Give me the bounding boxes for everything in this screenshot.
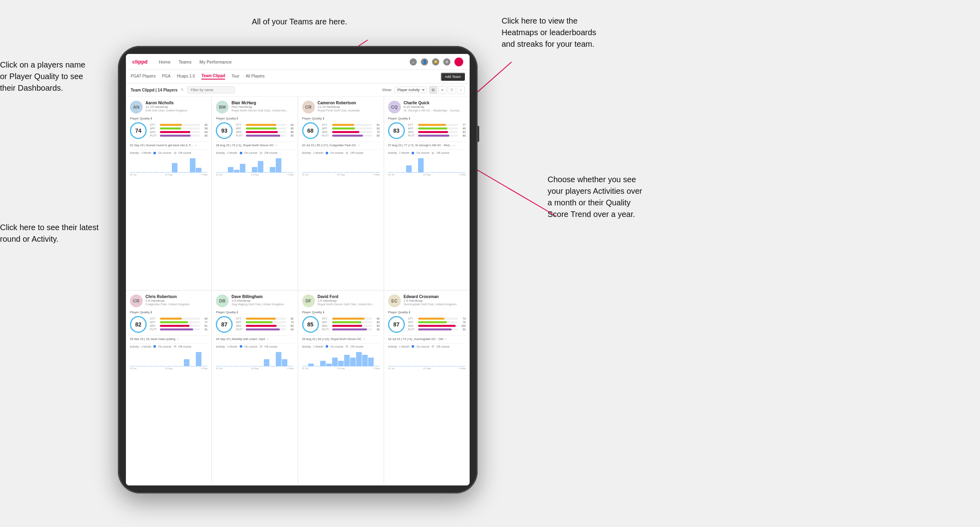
activity-header: Activity · 1 Month On course Off course <box>302 345 380 348</box>
search-icon[interactable]: ⌕ <box>410 58 417 66</box>
bar-row-ott: OTT 60 <box>150 317 207 320</box>
off-course-label: Off course <box>179 151 191 154</box>
profile-icon[interactable]: 👤 <box>421 58 428 66</box>
player-avatar: EC <box>388 294 401 307</box>
bar-row-putt: PUTT 86 <box>408 134 466 137</box>
player-name[interactable]: Edward Crossman <box>404 294 466 299</box>
add-team-button[interactable]: Add Team <box>441 73 465 81</box>
show-select[interactable]: Player Activity Quality Trend <box>394 87 427 93</box>
chart-bar <box>202 172 207 173</box>
player-name[interactable]: Dave Billingham <box>231 294 293 299</box>
chart-bar <box>246 366 251 366</box>
nav-teams[interactable]: Teams <box>179 60 191 64</box>
quality-label[interactable]: Player Quality ℹ <box>216 117 293 120</box>
bar-value-arg: 83 <box>459 131 466 133</box>
chart-x-label: 4 Sep <box>459 173 466 176</box>
player-name[interactable]: Chris Robertson <box>145 294 207 299</box>
quality-label[interactable]: Player Quality ℹ <box>216 310 293 314</box>
quality-score[interactable]: 85 <box>302 316 319 333</box>
sub-nav: PGAT Players PGA Hcaps 1-5 Team Clippd T… <box>126 70 470 84</box>
latest-round[interactable]: 02 Sep 23 | Sunset round to get back int… <box>130 141 207 147</box>
player-name[interactable]: David Ford <box>318 294 380 299</box>
edit-icon[interactable]: ✎ <box>181 88 184 92</box>
user-avatar[interactable] <box>454 58 463 66</box>
quality-score[interactable]: 87 <box>388 316 405 333</box>
quality-label[interactable]: Player Quality ℹ <box>388 117 466 120</box>
list-view-icon[interactable]: ≡ <box>438 86 446 94</box>
quality-label[interactable]: Player Quality ℹ <box>302 310 380 314</box>
chart-bar <box>142 366 147 366</box>
player-header[interactable]: BM Blair McHarg Plus Handicap Royal Nort… <box>216 101 293 113</box>
player-handicap: 1-5 Handicap <box>231 299 293 302</box>
grid-view-icon[interactable]: ⊞ <box>429 86 437 94</box>
player-name[interactable]: Blair McHarg <box>231 101 293 105</box>
settings-icon[interactable]: ⚙ <box>443 58 450 66</box>
activity-section: Activity · 1 Month On course Off course … <box>388 343 466 370</box>
player-header[interactable]: CR Cameron Robertson 11-15 Handicap Roya… <box>302 101 380 113</box>
sub-nav-pga[interactable]: PGA <box>162 74 170 79</box>
chart-x-label: 21 Aug <box>165 367 173 370</box>
quality-score[interactable]: 82 <box>130 316 147 333</box>
latest-round[interactable]: 26 Aug 23 | 84 (+12), Royal North Devon … <box>302 335 380 341</box>
bar-fill-ott <box>246 318 276 320</box>
latest-round[interactable]: 18 Jul 23 | 74 (+4), Sunningdale GC - Ol… <box>388 335 466 341</box>
player-name[interactable]: Aaron Nicholls <box>145 101 207 105</box>
quality-score[interactable]: 74 <box>130 122 147 139</box>
sort-icon[interactable]: ↕ <box>457 86 465 94</box>
chart-bar <box>184 172 189 173</box>
player-name[interactable]: Charlie Quick <box>404 101 466 105</box>
player-header[interactable]: DF David Ford 1-5 Handicap Royal North D… <box>302 294 380 307</box>
latest-round-text: 02 Sep 23 | Sunset round to get back int… <box>130 143 207 147</box>
quality-score[interactable]: 87 <box>216 316 233 333</box>
quality-row: 68 OTT 61 APP <box>302 122 380 139</box>
bar-track-ott <box>332 124 372 126</box>
latest-round[interactable]: 04 Sep 23 | Mobility with coach, Gym → <box>216 335 293 341</box>
player-header[interactable]: AN Aaron Nicholls 11-15 Handicap Drift G… <box>130 101 207 113</box>
on-course-label: On course <box>158 345 171 348</box>
latest-round[interactable]: 02 Jul 23 | 59 (+17), Craigmillar Park G… <box>302 141 380 147</box>
player-name[interactable]: Cameron Robertson <box>318 101 380 105</box>
sub-nav-all-players[interactable]: All Players <box>246 74 265 79</box>
nav-my-performance[interactable]: My Performance <box>199 60 232 64</box>
bar-fill-arg <box>418 131 448 133</box>
chart-bar <box>166 366 171 366</box>
team-title: Team Clippd | 14 Players <box>131 88 177 92</box>
activity-section: Activity · 1 Month On course Off course … <box>130 343 207 370</box>
quality-label[interactable]: Player Quality ℹ <box>130 117 207 120</box>
sub-nav-team-clippd[interactable]: Team Clippd <box>201 74 225 80</box>
chart-bar <box>394 172 400 173</box>
sub-nav-tour[interactable]: Tour <box>231 74 239 79</box>
off-course-dot <box>174 152 176 154</box>
chart-bar <box>222 366 227 366</box>
quality-label[interactable]: Player Quality ℹ <box>130 310 207 314</box>
bell-icon[interactable]: 🔔 <box>432 58 439 66</box>
player-handicap: Plus Handicap <box>231 105 293 109</box>
player-avatar: DB <box>216 294 229 307</box>
sub-nav-pgat[interactable]: PGAT Players <box>131 74 155 79</box>
activity-header: Activity · 1 Month On course Off course <box>130 345 207 348</box>
quality-label[interactable]: Player Quality ℹ <box>388 310 466 314</box>
player-info: Chris Robertson 1-5 Handicap Craigmillar… <box>145 294 207 306</box>
player-header[interactable]: DB Dave Billingham 1-5 Handicap Sag Magi… <box>216 294 293 307</box>
bar-track-arg <box>332 131 372 133</box>
quality-score[interactable]: 83 <box>388 122 405 139</box>
latest-round[interactable]: 26 Aug 23 | 73 (+1), Royal North Devon G… <box>216 141 293 147</box>
player-header[interactable]: EC Edward Crossman 1-5 Handicap Sunningd… <box>388 294 466 307</box>
player-header[interactable]: CR Chris Robertson 1-5 Handicap Craigmil… <box>130 294 207 307</box>
bar-value-app: 58 <box>201 127 207 130</box>
latest-round[interactable]: 05 Mar 23 | 19, Must make putting → <box>130 335 207 341</box>
filter-icon[interactable]: ▽ <box>448 86 456 94</box>
chart-bar <box>148 366 153 366</box>
search-input[interactable] <box>187 86 235 93</box>
quality-label[interactable]: Player Quality ℹ <box>302 117 380 120</box>
sub-nav-hcaps[interactable]: Hcaps 1-5 <box>177 74 195 79</box>
bar-row-app: APP 80 <box>322 321 380 324</box>
quality-score[interactable]: 93 <box>216 122 233 139</box>
bar-track-putt <box>332 328 372 330</box>
chart-bar <box>166 172 171 173</box>
player-header[interactable]: CQ Charlie Quick 6-10 Handicap St. Georg… <box>388 101 466 113</box>
quality-score[interactable]: 68 <box>302 122 319 139</box>
chart-x-label: 31 Jul <box>388 173 394 176</box>
latest-round[interactable]: 07 Aug 23 | 77 (+7), St George's Hill GC… <box>388 141 466 147</box>
nav-home[interactable]: Home <box>159 60 170 64</box>
